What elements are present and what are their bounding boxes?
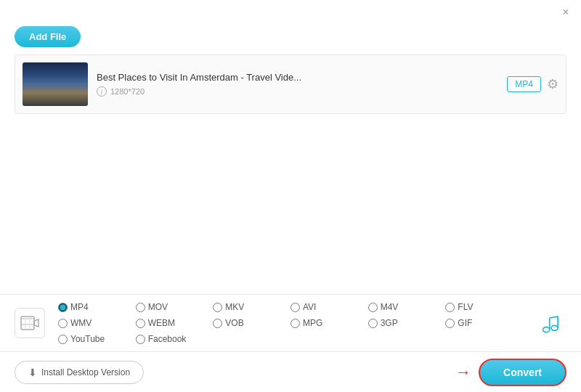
- file-item: Best Places to Visit In Amsterdam - Trav…: [23, 62, 558, 106]
- format-option-avi[interactable]: AVI: [290, 302, 368, 312]
- file-actions: MP4 ⚙: [507, 76, 558, 92]
- content-area: [0, 114, 581, 259]
- file-meta: i 1280*720: [97, 86, 498, 97]
- file-resolution: 1280*720: [110, 87, 145, 96]
- file-thumbnail: [23, 62, 88, 106]
- format-panel: MP4 MOV MKV AVI M4V FLV WMV WEBM VOB MPG: [0, 294, 581, 352]
- format-options-grid: MP4 MOV MKV AVI M4V FLV WMV WEBM VOB MPG: [58, 302, 523, 344]
- format-option-flv[interactable]: FLV: [445, 302, 523, 312]
- format-option-mpg[interactable]: MPG: [290, 318, 368, 328]
- settings-icon[interactable]: ⚙: [547, 76, 558, 92]
- video-format-icon[interactable]: [15, 308, 45, 338]
- svg-point-9: [551, 325, 558, 330]
- file-name: Best Places to Visit In Amsterdam - Trav…: [97, 72, 498, 83]
- music-format-icon[interactable]: [536, 308, 566, 338]
- action-bar: ⬇ Install Desktop Version → Convert: [0, 352, 581, 392]
- download-icon: ⬇: [28, 367, 37, 378]
- format-option-mkv[interactable]: MKV: [213, 302, 290, 312]
- format-option-webm[interactable]: WEBM: [136, 318, 214, 328]
- svg-rect-1: [22, 318, 33, 319]
- title-bar: ×: [0, 0, 581, 22]
- format-option-mov[interactable]: MOV: [136, 302, 214, 312]
- add-file-button[interactable]: Add File: [15, 26, 81, 47]
- format-option-facebook[interactable]: Facebook: [136, 334, 214, 344]
- format-badge[interactable]: MP4: [507, 76, 541, 92]
- format-option-mp4[interactable]: MP4: [58, 302, 136, 312]
- svg-line-8: [550, 317, 558, 318]
- format-option-3gp[interactable]: 3GP: [368, 318, 446, 328]
- format-option-vob[interactable]: VOB: [213, 318, 290, 328]
- info-icon: i: [97, 86, 107, 97]
- file-list: Best Places to Visit In Amsterdam - Trav…: [15, 54, 566, 114]
- arrow-indicator: →: [455, 363, 471, 382]
- file-info: Best Places to Visit In Amsterdam - Trav…: [97, 72, 498, 97]
- install-label: Install Desktop Version: [41, 367, 130, 377]
- svg-rect-2: [22, 324, 33, 325]
- format-option-m4v[interactable]: M4V: [368, 302, 446, 312]
- format-option-youtube[interactable]: YouTube: [58, 334, 136, 344]
- format-option-gif[interactable]: GIF: [445, 318, 523, 328]
- toolbar: Add File: [0, 22, 581, 54]
- install-desktop-button[interactable]: ⬇ Install Desktop Version: [15, 361, 144, 384]
- convert-button[interactable]: Convert: [479, 359, 566, 386]
- convert-area: → Convert: [455, 359, 566, 386]
- svg-point-6: [543, 327, 550, 332]
- format-option-wmv[interactable]: WMV: [58, 318, 136, 328]
- close-button[interactable]: ×: [559, 6, 572, 19]
- svg-marker-5: [34, 319, 38, 327]
